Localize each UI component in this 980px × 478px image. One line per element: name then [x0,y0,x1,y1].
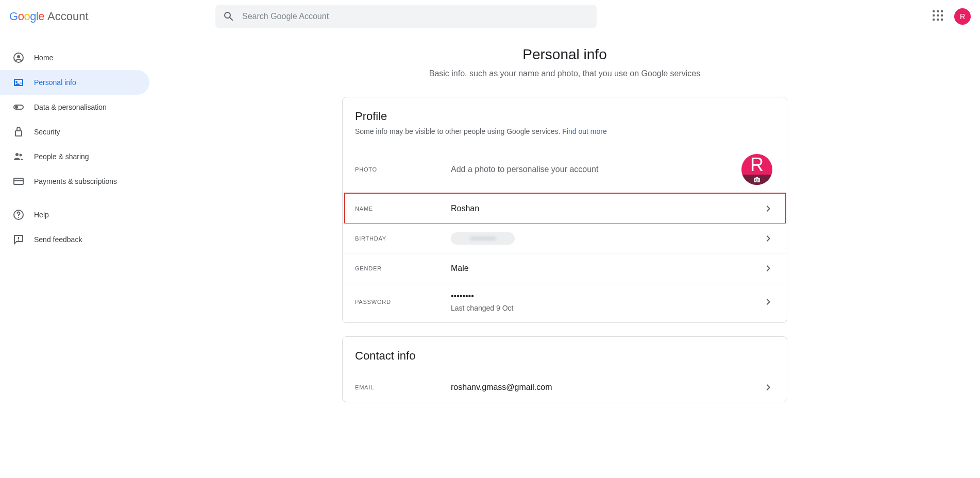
svg-rect-11 [18,240,19,241]
toggle-icon [12,101,25,113]
profile-title: Profile [343,110,787,127]
sidebar-item-label: Security [34,128,60,136]
sidebar-item-home[interactable]: Home [0,45,149,70]
svg-rect-7 [14,180,23,181]
camera-icon [741,175,772,185]
chevron-right-icon [762,296,774,308]
row-label: BIRTHDAY [355,235,451,242]
profile-card: Profile Some info may be visible to othe… [342,97,787,323]
sidebar-divider [0,198,149,198]
card-icon [12,175,25,187]
gender-row[interactable]: GENDER Male [343,253,787,283]
feedback-icon [12,233,25,246]
sidebar-item-label: Send feedback [34,235,82,244]
svg-rect-10 [18,237,19,239]
sidebar-item-label: Personal info [34,78,76,87]
help-icon [12,209,25,221]
birthday-row[interactable]: BIRTHDAY [343,223,787,253]
row-label: GENDER [355,265,451,271]
chevron-right-icon [762,381,774,394]
name-value: Roshan [451,204,762,213]
sidebar-item-payments[interactable]: Payments & subscriptions [0,169,149,194]
sidebar-item-data-personalisation[interactable]: Data & personalisation [0,95,149,120]
lock-icon [12,126,25,138]
contact-card: Contact info EMAIL roshanv.gmass@gmail.c… [342,336,787,402]
photo-row[interactable]: PHOTO Add a photo to personalise your ac… [343,140,787,193]
photo-text: Add a photo to personalise your account [451,165,741,174]
profile-photo[interactable]: R [741,154,772,185]
sidebar-item-security[interactable]: Security [0,120,149,144]
svg-point-4 [15,153,19,156]
row-label: NAME [355,206,451,212]
sidebar-item-label: Payments & subscriptions [34,177,117,185]
gender-value: Male [451,264,762,273]
search-icon [223,10,235,23]
sidebar-item-feedback[interactable]: Send feedback [0,227,149,252]
search-bar[interactable] [215,5,597,28]
svg-point-3 [15,106,18,109]
sidebar-item-people-sharing[interactable]: People & sharing [0,144,149,169]
sidebar-item-label: Home [34,54,53,62]
svg-point-5 [20,154,22,157]
sidebar: Home Personal info Data & personalisatio… [0,33,149,436]
sidebar-item-label: Help [34,211,49,219]
logo-account-label: Account [47,10,89,23]
logo[interactable]: Google Account [9,10,215,23]
sidebar-item-help[interactable]: Help [0,202,149,227]
avatar[interactable]: R [954,8,971,25]
svg-point-9 [18,217,19,218]
row-label: PASSWORD [355,299,451,305]
birthday-value [451,232,762,245]
password-row[interactable]: PASSWORD •••••••• Last changed 9 Oct [343,283,787,322]
people-icon [12,150,25,163]
home-icon [12,52,25,64]
chevron-right-icon [762,262,774,275]
email-row[interactable]: EMAIL roshanv.gmass@gmail.com [343,372,787,402]
profile-subtitle: Some info may be visible to other people… [343,127,787,140]
page-title: Personal info [522,46,606,63]
row-label: PHOTO [355,166,451,173]
contact-title: Contact info [343,349,787,372]
search-input[interactable] [242,12,589,21]
chevron-right-icon [762,232,774,245]
apps-icon[interactable] [933,10,945,23]
svg-point-1 [17,55,20,58]
page-subtitle: Basic info, such as your name and photo,… [429,69,701,78]
row-label: EMAIL [355,384,451,390]
sidebar-item-label: People & sharing [34,152,89,161]
sidebar-item-label: Data & personalisation [34,103,107,111]
email-value: roshanv.gmass@gmail.com [451,383,762,392]
sidebar-item-personal-info[interactable]: Personal info [0,70,149,95]
find-out-more-link[interactable]: Find out more [562,127,606,135]
id-card-icon [12,76,25,89]
password-value: •••••••• Last changed 9 Oct [451,292,762,312]
name-row[interactable]: NAME Roshan [343,193,787,223]
chevron-right-icon [762,202,774,215]
